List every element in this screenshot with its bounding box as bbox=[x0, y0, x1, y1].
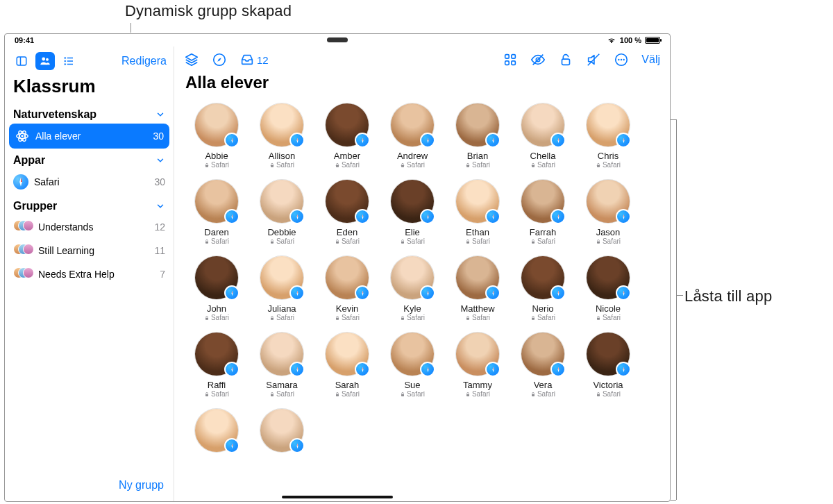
student-tile[interactable]: Daren Safari bbox=[185, 180, 248, 245]
eye-off-icon bbox=[530, 52, 546, 67]
hide-button[interactable] bbox=[530, 52, 546, 67]
sidebar-item-all-students[interactable]: Alla elever 30 bbox=[9, 124, 169, 149]
svg-rect-20 bbox=[505, 61, 510, 65]
sidebar-item-group[interactable]: Understands 12 bbox=[5, 215, 174, 239]
student-tile[interactable]: Farrah Safari bbox=[512, 180, 574, 245]
svg-point-3 bbox=[46, 58, 49, 61]
student-status: Safari bbox=[400, 314, 425, 321]
student-tile[interactable]: Sarah Safari bbox=[316, 333, 378, 398]
section-header-groups[interactable]: Grupper bbox=[5, 196, 174, 215]
student-name: Kyle bbox=[403, 303, 421, 314]
navigate-button[interactable] bbox=[212, 52, 227, 67]
student-tile[interactable]: Jason Safari bbox=[577, 180, 639, 245]
sidebar-item-group[interactable]: Still Learning 11 bbox=[5, 239, 174, 262]
student-tile[interactable]: Amber Safari bbox=[316, 103, 378, 169]
new-group-button[interactable]: Ny grupp bbox=[119, 479, 164, 491]
student-name: Daren bbox=[204, 227, 228, 237]
student-tile[interactable]: Raffi Safari bbox=[185, 333, 248, 398]
student-tile[interactable]: John Safari bbox=[185, 256, 248, 321]
safari-badge-icon bbox=[550, 133, 566, 148]
student-tile[interactable]: Ethan Safari bbox=[446, 180, 509, 245]
safari-badge-icon bbox=[485, 133, 500, 148]
safari-badge-icon bbox=[289, 362, 305, 377]
student-tile[interactable]: Debbie Safari bbox=[251, 180, 313, 245]
lock-icon bbox=[465, 392, 471, 397]
svg-rect-41 bbox=[401, 165, 404, 167]
student-tile[interactable]: Victoria Safari bbox=[577, 333, 639, 398]
svg-marker-109 bbox=[558, 367, 559, 369]
compass-icon bbox=[212, 52, 227, 67]
svg-marker-94 bbox=[232, 367, 233, 369]
student-tile[interactable]: Eden Safari bbox=[316, 180, 378, 245]
avatar-stack-icon bbox=[13, 220, 33, 234]
student-tile[interactable]: Allison Safari bbox=[251, 103, 313, 169]
student-tile[interactable]: Vera Safari bbox=[512, 333, 574, 398]
student-tile[interactable]: Nerio Safari bbox=[512, 256, 574, 321]
student-status: Safari bbox=[465, 314, 490, 321]
student-tile[interactable]: Juliana Safari bbox=[251, 256, 313, 321]
inbox-button[interactable]: 12 bbox=[239, 52, 269, 67]
section-header-subject[interactable]: Naturvetenskap bbox=[5, 104, 174, 124]
safari-badge-icon bbox=[224, 285, 239, 301]
student-name: Eden bbox=[337, 227, 357, 237]
student-tile[interactable]: Samara Safari bbox=[251, 333, 313, 398]
student-status: Safari bbox=[204, 237, 229, 245]
status-bar: 09:41 100 % bbox=[5, 34, 670, 47]
section-title: Grupper bbox=[13, 200, 57, 212]
student-tile[interactable]: Kyle Safari bbox=[381, 256, 444, 321]
sidebar-toggle-button[interactable] bbox=[12, 52, 31, 70]
sidebar-item-group[interactable]: Needs Extra Help 7 bbox=[5, 262, 174, 286]
section-header-apps[interactable]: Appar bbox=[5, 150, 174, 169]
student-tile[interactable] bbox=[185, 409, 248, 456]
student-tile[interactable]: Matthew Safari bbox=[446, 256, 509, 321]
safari-badge-icon bbox=[485, 362, 500, 377]
sidebar-toolbar: Redigera bbox=[5, 47, 174, 74]
svg-rect-32 bbox=[205, 165, 208, 167]
sidebar-item-safari[interactable]: Safari 30 bbox=[5, 169, 174, 194]
svg-rect-21 bbox=[512, 61, 516, 65]
sidebar-item-label: Alla elever bbox=[35, 131, 147, 142]
home-indicator[interactable] bbox=[282, 496, 393, 498]
lock-icon bbox=[335, 315, 340, 321]
mute-button[interactable] bbox=[586, 52, 601, 67]
edit-button[interactable]: Redigera bbox=[121, 55, 167, 67]
student-tile[interactable]: Brian Safari bbox=[446, 103, 509, 169]
safari-badge-icon bbox=[289, 133, 305, 148]
sidebar-item-label: Still Learning bbox=[38, 245, 149, 256]
lock-button[interactable] bbox=[558, 52, 573, 67]
people-view-button[interactable] bbox=[35, 52, 55, 70]
student-tile[interactable]: Chella Safari bbox=[512, 103, 574, 169]
student-status: Safari bbox=[465, 237, 490, 245]
sidebar-item-count: 30 bbox=[154, 176, 165, 187]
sidebar-item-label: Needs Extra Help bbox=[38, 269, 154, 280]
student-tile[interactable]: Elie Safari bbox=[381, 180, 444, 245]
student-status: Safari bbox=[530, 390, 555, 398]
sidebar: Redigera Klassrum Naturvetenskap Alla el… bbox=[5, 47, 174, 501]
student-tile[interactable]: Abbie Safari bbox=[185, 103, 248, 169]
student-tile[interactable]: Nicole Safari bbox=[577, 256, 639, 321]
list-view-button[interactable] bbox=[59, 52, 78, 70]
lock-icon bbox=[335, 239, 340, 244]
student-name: Juliana bbox=[267, 303, 296, 314]
student-tile[interactable]: Chris Safari bbox=[577, 103, 639, 169]
safari-badge-icon bbox=[616, 133, 631, 148]
svg-rect-44 bbox=[466, 165, 469, 167]
student-status: Safari bbox=[400, 237, 425, 245]
svg-point-5 bbox=[65, 60, 66, 62]
student-tile[interactable]: Kevin Safari bbox=[316, 256, 378, 321]
student-tile[interactable]: Tammy Safari bbox=[446, 333, 509, 398]
more-button[interactable] bbox=[614, 52, 629, 67]
student-tile[interactable] bbox=[251, 409, 313, 456]
student-tile[interactable]: Sue Safari bbox=[381, 333, 444, 398]
apps-button[interactable] bbox=[503, 52, 518, 67]
select-button[interactable]: Välj bbox=[641, 53, 660, 66]
svg-marker-64 bbox=[493, 214, 494, 217]
layers-button[interactable] bbox=[184, 52, 199, 67]
student-tile[interactable]: Andrew Safari bbox=[381, 103, 444, 169]
inbox-count: 12 bbox=[257, 54, 269, 66]
svg-marker-43 bbox=[493, 137, 494, 140]
battery-percent: 100 % bbox=[620, 36, 641, 44]
svg-rect-9 bbox=[67, 64, 73, 65]
lock-icon bbox=[400, 315, 405, 321]
speaker-off-icon bbox=[586, 52, 601, 67]
